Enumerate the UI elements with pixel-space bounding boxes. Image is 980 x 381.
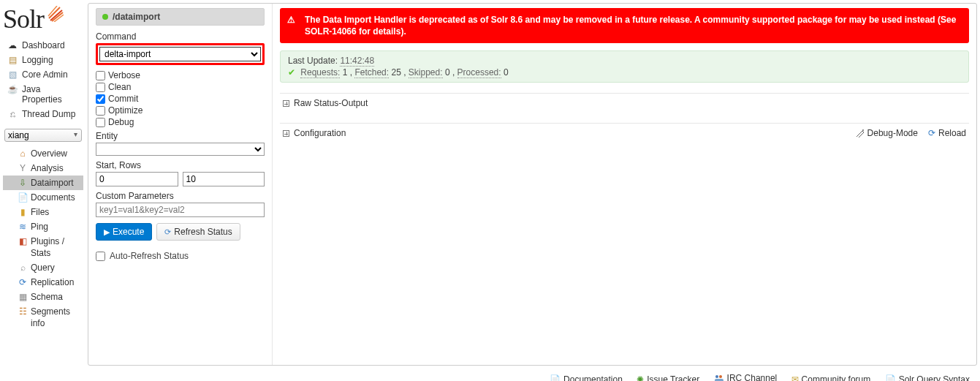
refresh-status-button[interactable]: ⟳ Refresh Status	[156, 223, 240, 241]
auto-refresh-label: Auto-Refresh Status	[110, 251, 189, 261]
play-icon: ▶	[104, 227, 110, 237]
expand-icon	[283, 100, 289, 107]
optimize-label: Optimize	[108, 105, 143, 116]
expand-icon	[283, 130, 289, 137]
mail-icon: ✉	[791, 374, 799, 381]
reload-button[interactable]: ⟳ Reload	[928, 128, 966, 138]
doc-icon: 📄	[18, 192, 28, 203]
nav-core-admin[interactable]: ▧ Core Admin	[3, 67, 83, 82]
page-icon: 📄	[885, 374, 896, 381]
subnav-files[interactable]: ▮ Files	[3, 205, 83, 219]
bug-icon: ✺	[637, 374, 644, 381]
configuration-label: Configuration	[294, 128, 346, 138]
core-selector[interactable]: xiang	[4, 129, 82, 142]
fetched-value: 25	[391, 67, 400, 78]
debug-checkbox[interactable]	[96, 118, 105, 127]
schema-icon: ▦	[18, 291, 28, 303]
footer-irc[interactable]: IRC Channel	[714, 373, 778, 381]
nav-label: Logging	[22, 55, 79, 65]
configuration-expander[interactable]: Configuration Debug-Mode ⟳ Reload	[280, 123, 969, 143]
processed-value: 0	[504, 67, 509, 78]
svg-point-0	[862, 129, 864, 131]
subnav-segments[interactable]: ☷ Segments info	[3, 304, 83, 331]
execute-button[interactable]: ▶ Execute	[96, 223, 152, 241]
footer-links: 📄 Documentation ✺ Issue Tracker IRC Chan…	[0, 366, 980, 381]
requests-label: Requests:	[300, 67, 340, 78]
footer-query-syntax[interactable]: 📄 Solr Query Syntax	[885, 374, 970, 381]
subnav-ping[interactable]: ≋ Ping	[3, 219, 83, 234]
subnav-overview[interactable]: ⌂ Overview	[3, 146, 83, 161]
auto-refresh-checkbox[interactable]	[96, 252, 105, 261]
folder-icon: ▮	[18, 206, 28, 218]
command-select-highlight: delta-import	[96, 43, 265, 65]
alert-text: The Data Import Handler is deprecated as…	[305, 15, 956, 37]
reload-icon: ⟳	[928, 128, 935, 138]
verbose-label: Verbose	[108, 70, 140, 80]
commit-checkbox[interactable]	[96, 94, 105, 104]
entity-label: Entity	[96, 131, 265, 141]
raw-status-expander[interactable]: Raw Status-Output	[280, 93, 969, 113]
replication-icon: ⟳	[18, 276, 28, 288]
debug-mode-toggle[interactable]: Debug-Mode	[856, 128, 918, 138]
people-icon	[714, 374, 724, 381]
panel-header: /dataimport	[96, 8, 265, 26]
funnel-icon: Y	[18, 162, 28, 174]
subnav-analysis[interactable]: Y Analysis	[3, 161, 83, 176]
optimize-checkbox[interactable]	[96, 106, 105, 116]
nav-dashboard[interactable]: ☁ Dashboard	[3, 38, 83, 53]
thread-icon: ⎌	[7, 109, 18, 119]
nav-label: Thread Dump	[22, 109, 79, 119]
debug-label: Debug	[108, 117, 134, 127]
processed-label: Processed:	[457, 67, 501, 78]
plugin-icon: ◧	[18, 235, 28, 247]
nav-label: Dashboard	[22, 40, 79, 50]
subnav-plugins[interactable]: ◧ Plugins / Stats	[3, 234, 83, 260]
cloud-icon: ☁	[7, 40, 18, 50]
footer-issue-tracker[interactable]: ✺ Issue Tracker	[637, 374, 699, 381]
nav-thread-dump[interactable]: ⎌ Thread Dump	[3, 107, 83, 121]
fan-icon	[48, 6, 64, 22]
subnav-documents[interactable]: 📄 Documents	[3, 190, 83, 205]
subnav-dataimport[interactable]: ⇩ Dataimport	[3, 176, 83, 190]
refresh-icon: ⟳	[164, 227, 171, 237]
raw-status-label: Raw Status-Output	[294, 98, 368, 108]
rows-input[interactable]	[183, 172, 265, 186]
nav-label: Core Admin	[22, 69, 79, 80]
import-icon: ⇩	[18, 177, 28, 189]
properties-icon: ☕	[7, 84, 18, 94]
panel-title: /dataimport	[113, 12, 160, 22]
svg-point-1	[715, 375, 718, 378]
skipped-value: 0	[445, 67, 450, 78]
subnav-schema[interactable]: ▦ Schema	[3, 290, 83, 304]
command-label: Command	[96, 31, 265, 42]
subnav-query[interactable]: ⌕ Query	[3, 260, 83, 275]
fetched-label: Fetched:	[354, 67, 389, 78]
clean-label: Clean	[108, 82, 131, 92]
verbose-checkbox[interactable]	[96, 71, 105, 80]
logo-text: Solr	[3, 4, 44, 34]
clean-checkbox[interactable]	[96, 83, 105, 92]
nav-java-properties[interactable]: ☕ Java Properties	[3, 82, 83, 107]
footer-documentation[interactable]: 📄 Documentation	[550, 374, 623, 381]
status-dot-icon	[102, 14, 108, 20]
log-icon: ▤	[7, 55, 18, 65]
custom-params-input[interactable]	[96, 203, 265, 217]
subnav-replication[interactable]: ⟳ Replication	[3, 275, 83, 290]
warning-icon: ⚠	[287, 14, 295, 26]
nav-logging[interactable]: ▤ Logging	[3, 53, 83, 67]
ping-icon: ≋	[18, 221, 28, 233]
nav-label: Java Properties	[22, 84, 79, 105]
requests-value: 1	[343, 67, 348, 78]
status-box: Last Update: 11:42:48 ✔ Requests: 1 , Fe…	[280, 50, 969, 83]
footer-community-forum[interactable]: ✉ Community forum	[791, 374, 871, 381]
skipped-label: Skipped:	[409, 67, 443, 78]
solr-logo[interactable]: Solr	[3, 3, 83, 38]
entity-select[interactable]	[96, 143, 265, 156]
command-select[interactable]: delta-import	[99, 47, 261, 61]
home-icon: ⌂	[18, 148, 28, 159]
segments-icon: ☷	[18, 306, 28, 317]
search-icon: ⌕	[18, 262, 28, 274]
stack-icon: ▧	[7, 69, 18, 80]
wand-icon	[856, 129, 865, 137]
start-input[interactable]	[96, 172, 178, 186]
